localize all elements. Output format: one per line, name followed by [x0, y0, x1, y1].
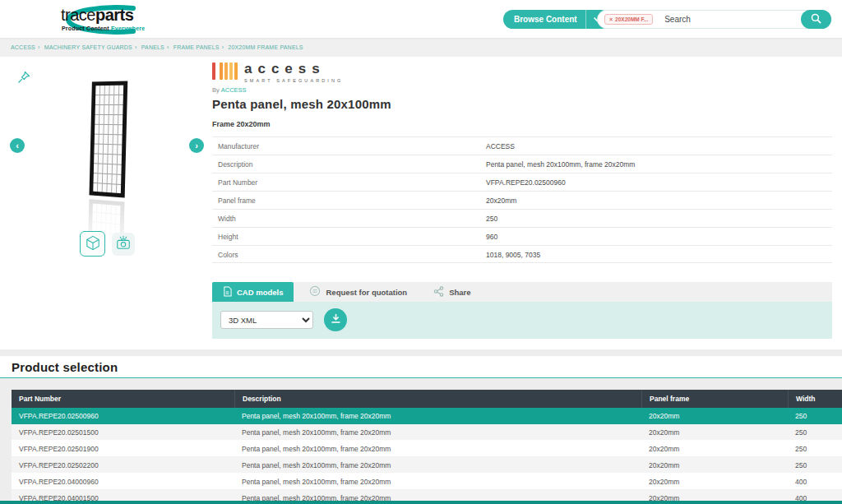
cad-file-icon — [223, 286, 232, 298]
detail-label: Colors — [218, 251, 238, 259]
table-row[interactable]: VFPA.REPE20.02500960 Penta panel, mesh 2… — [12, 408, 842, 424]
detail-label: Height — [218, 233, 238, 241]
cad-format-select[interactable]: 3D XML — [220, 311, 313, 329]
section-heading-bar: Product selection — [0, 356, 842, 378]
breadcrumb-link[interactable]: FRAME PANELS — [173, 44, 220, 50]
cell-description: Penta panel, mesh 20x100mm, frame 20x20m… — [234, 408, 641, 424]
breadcrumb-link[interactable]: MACHINERY SAFETY GUARDS — [44, 44, 132, 50]
table-body: VFPA.REPE20.02500960 Penta panel, mesh 2… — [12, 408, 842, 504]
pin-icon[interactable] — [16, 70, 31, 85]
breadcrumb-separator: › — [38, 44, 40, 50]
search-input[interactable] — [653, 15, 801, 24]
manufacturer-link[interactable]: ACCESS — [221, 86, 247, 94]
traceparts-product-page: traceparts Product Content Everywhere Br… — [0, 0, 842, 504]
detail-label: Part Number — [218, 178, 257, 187]
cell-description: Penta panel, mesh 20x100mm, frame 20x20m… — [234, 457, 641, 473]
share-icon — [433, 286, 444, 298]
search-button[interactable] — [801, 10, 831, 29]
detail-row: Panel frame 20x20mm — [212, 191, 832, 209]
viewer-mode-buttons — [80, 231, 135, 257]
browse-content-label: Browse Content — [503, 15, 585, 24]
detail-value: Penta panel, mesh 20x100mm, frame 20x20m… — [486, 155, 635, 173]
table-header-row: Part Number Description Panel frame Widt… — [12, 390, 842, 408]
download-icon — [331, 313, 341, 326]
cell-width: 400 — [788, 474, 842, 489]
cad-download-panel: 3D XML — [212, 302, 832, 339]
filter-chip-label: 20X20MM F... — [615, 16, 648, 22]
detail-label: Panel frame — [218, 197, 256, 205]
cell-panel-frame: 20x20mm — [641, 408, 788, 424]
breadcrumb-link[interactable]: ACCESS — [11, 44, 35, 50]
breadcrumb-separator: › — [135, 44, 137, 50]
cell-part-number: VFPA.REPE20.02502200 — [12, 457, 234, 473]
breadcrumb-link[interactable]: 20X20MM FRAME PANELS — [228, 44, 303, 50]
detail-label: Width — [218, 215, 236, 223]
cell-description: Penta panel, mesh 20x100mm, frame 20x20m… — [234, 441, 641, 456]
view-photo-button[interactable] — [112, 233, 135, 256]
detail-label: Manufacturer — [218, 142, 259, 150]
column-header-width[interactable]: Width — [788, 390, 842, 408]
product-image-viewer: ‹ › — [0, 57, 210, 349]
tab-bar: CAD models Request for quotation Share — [212, 282, 832, 302]
detail-value: ACCESS — [486, 137, 515, 155]
cell-panel-frame: 20x20mm — [641, 457, 788, 473]
brand-wordmark: traceparts — [61, 6, 133, 25]
top-header: traceparts Product Content Everywhere Br… — [0, 0, 842, 38]
tab-request-quotation[interactable]: Request for quotation — [298, 282, 418, 302]
product-details-table: Manufacturer ACCESS Description Penta pa… — [212, 136, 832, 263]
cell-part-number: VFPA.REPE20.02501900 — [12, 441, 234, 456]
view-3d-button[interactable] — [80, 231, 105, 257]
cell-panel-frame: 20x20mm — [641, 441, 788, 456]
camera-icon — [115, 235, 132, 253]
breadcrumb-segment: FRAME PANELS› — [173, 44, 226, 50]
column-header-panel-frame[interactable]: Panel frame — [641, 390, 788, 408]
access-logo-bars-icon — [212, 62, 238, 80]
table-row[interactable]: VFPA.REPE20.04000960 Penta panel, mesh 2… — [12, 474, 842, 490]
product-table: Part Number Description Panel frame Widt… — [12, 390, 842, 504]
bottom-scrollbar[interactable] — [0, 501, 842, 504]
detail-value: 960 — [486, 228, 497, 246]
tab-label: CAD models — [237, 288, 283, 297]
next-image-button[interactable]: › — [189, 138, 204, 153]
section-title: Product selection — [0, 356, 842, 374]
breadcrumb-link[interactable]: PANELS — [141, 44, 164, 50]
cell-width: 250 — [788, 408, 842, 424]
detail-row: Part Number VFPA.REPE20.02500960 — [212, 173, 832, 191]
product-info: access SMART SAFEGUARDING ByACCESS Penta… — [212, 57, 832, 349]
cube-icon — [86, 235, 100, 253]
cell-panel-frame: 20x20mm — [641, 424, 788, 440]
column-header-description[interactable]: Description — [234, 390, 641, 408]
detail-row: Description Penta panel, mesh 20x100mm, … — [212, 155, 832, 173]
cell-part-number: VFPA.REPE20.02501500 — [12, 424, 234, 440]
browse-content-button[interactable]: Browse Content — [503, 10, 610, 29]
table-row[interactable]: VFPA.REPE20.02501900 Penta panel, mesh 2… — [12, 441, 842, 457]
breadcrumb-separator: › — [167, 44, 169, 50]
detail-row: Height 960 — [212, 227, 832, 245]
column-header-part-number[interactable]: Part Number — [12, 390, 234, 408]
search-bar: × 20X20MM F... — [597, 10, 831, 29]
table-row[interactable]: VFPA.REPE20.02502200 Penta panel, mesh 2… — [12, 457, 842, 474]
detail-value: 20x20mm — [486, 192, 516, 210]
detail-row: Width 250 — [212, 209, 832, 227]
table-row[interactable]: VFPA.REPE20.02501500 Penta panel, mesh 2… — [12, 424, 842, 441]
traceparts-logo[interactable]: traceparts Product Content Everywhere — [33, 2, 181, 36]
search-icon — [811, 13, 821, 26]
tab-share[interactable]: Share — [423, 282, 481, 302]
tab-cad-models[interactable]: CAD models — [212, 282, 294, 302]
prev-image-button[interactable]: ‹ — [10, 138, 25, 153]
search-filter-chip[interactable]: × 20X20MM F... — [604, 14, 653, 25]
download-button[interactable] — [324, 308, 347, 331]
product-image — [89, 81, 127, 197]
byline: ByACCESS — [212, 86, 247, 94]
breadcrumb-segment: ACCESS› — [11, 44, 43, 50]
access-logo: access SMART SAFEGUARDING — [212, 62, 343, 83]
manufacturer-logo-name: access — [244, 62, 343, 76]
detail-value: 250 — [486, 210, 497, 228]
cell-description: Penta panel, mesh 20x100mm, frame 20x20m… — [234, 424, 641, 440]
main-content: ‹ › — [0, 57, 842, 349]
remove-filter-icon[interactable]: × — [609, 16, 613, 22]
breadcrumb: ACCESS› MACHINERY SAFETY GUARDS› PANELS›… — [0, 38, 842, 57]
detail-row: Manufacturer ACCESS — [212, 136, 832, 155]
tab-label: Share — [449, 288, 470, 297]
cell-width: 250 — [788, 424, 842, 440]
